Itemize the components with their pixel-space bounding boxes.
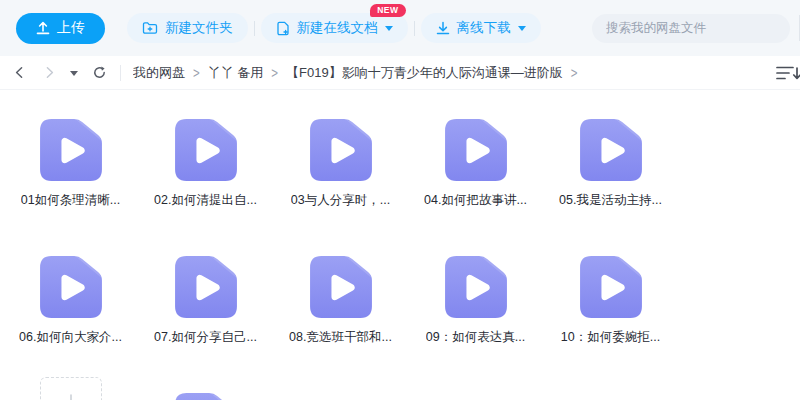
breadcrumb-separator: > (193, 65, 200, 80)
video-file-icon (308, 117, 374, 183)
breadcrumb-bar: 我的网盘>丫丫 备用>【F019】影响十万青少年的人际沟通课—进阶版> (0, 56, 800, 90)
file-name: 09：如何表达真... (426, 329, 525, 346)
upload-drop-slot[interactable] (40, 377, 102, 400)
file-item[interactable]: 01如何条理清晰... (3, 91, 138, 209)
chevron-down-icon (518, 26, 526, 31)
breadcrumb-item[interactable]: 我的网盘 (133, 64, 185, 82)
refresh-button[interactable] (88, 62, 110, 84)
toolbar-divider (414, 21, 415, 36)
file-name: 07.如何分享自己... (154, 329, 257, 346)
file-item[interactable]: 06.如何向大家介... (3, 228, 138, 346)
upload-icon (36, 21, 50, 35)
breadcrumb-separator: > (571, 65, 578, 80)
upload-button[interactable]: 上传 (16, 13, 105, 44)
upload-plus-icon (62, 378, 80, 400)
back-button[interactable] (8, 62, 30, 84)
chevron-down-icon (385, 26, 393, 31)
file-item[interactable]: 05.我是活动主持... (543, 91, 678, 209)
nav-divider (120, 65, 121, 81)
file-item[interactable]: 12：如何进行即... (138, 365, 273, 400)
file-name: 04.如何把故事讲... (424, 192, 527, 209)
file-item[interactable]: 09：如何表达真... (408, 228, 543, 346)
new-online-doc-button[interactable]: NEW 新建在线文档 (261, 13, 408, 43)
file-name: 01如何条理清晰... (21, 192, 120, 209)
video-file-icon (38, 254, 104, 320)
new-doc-icon (276, 21, 290, 36)
file-item[interactable]: 04.如何把故事讲... (408, 91, 543, 209)
file-name: 03与人分享时，... (291, 192, 390, 209)
video-file-icon (173, 391, 239, 400)
file-item[interactable]: 08.竞选班干部和... (273, 228, 408, 346)
new-badge: NEW (370, 4, 405, 17)
file-grid: 01如何条理清晰... 02.如何清提出自... (0, 91, 800, 400)
file-name: 06.如何向大家介... (19, 329, 122, 346)
breadcrumb-item[interactable]: 【F019】影响十万青少年的人际沟通课—进阶版 (286, 64, 563, 82)
search-input[interactable] (592, 14, 790, 43)
file-item[interactable]: 03与人分享时，... (273, 91, 408, 209)
new-folder-button[interactable]: 新建文件夹 (127, 13, 248, 43)
file-name: 10：如何委婉拒... (561, 329, 660, 346)
file-item[interactable]: 07.如何分享自己... (138, 228, 273, 346)
video-file-icon (38, 117, 104, 183)
forward-button[interactable] (38, 62, 60, 84)
sort-order-icon[interactable] (775, 64, 800, 82)
video-file-icon (443, 254, 509, 320)
toolbar-actions: 新建文件夹 NEW 新建在线文档 离线下载 (127, 13, 541, 43)
toolbar-divider (254, 21, 255, 36)
search-area (592, 14, 800, 43)
video-file-icon (173, 117, 239, 183)
file-name: 02.如何清提出自... (154, 192, 257, 209)
video-file-icon (443, 117, 509, 183)
offline-download-button[interactable]: 离线下载 (421, 13, 541, 43)
file-item[interactable]: 10：如何委婉拒... (543, 228, 678, 346)
download-icon (436, 21, 450, 35)
top-toolbar: 上传 新建文件夹 NEW 新建在线文档 离线下载 (0, 0, 800, 56)
file-name: 08.竞选班干部和... (289, 329, 392, 346)
history-dropdown-icon[interactable] (70, 71, 78, 76)
breadcrumb-separator: > (271, 65, 278, 80)
breadcrumb-item[interactable]: 丫丫 备用 (208, 64, 264, 82)
breadcrumb: 我的网盘>丫丫 备用>【F019】影响十万青少年的人际沟通课—进阶版> (133, 64, 585, 82)
new-folder-icon (142, 21, 158, 35)
video-file-icon (578, 117, 644, 183)
file-item[interactable]: 02.如何清提出自... (138, 91, 273, 209)
video-file-icon (578, 254, 644, 320)
file-name: 05.我是活动主持... (559, 192, 662, 209)
video-file-icon (173, 254, 239, 320)
video-file-icon (308, 254, 374, 320)
